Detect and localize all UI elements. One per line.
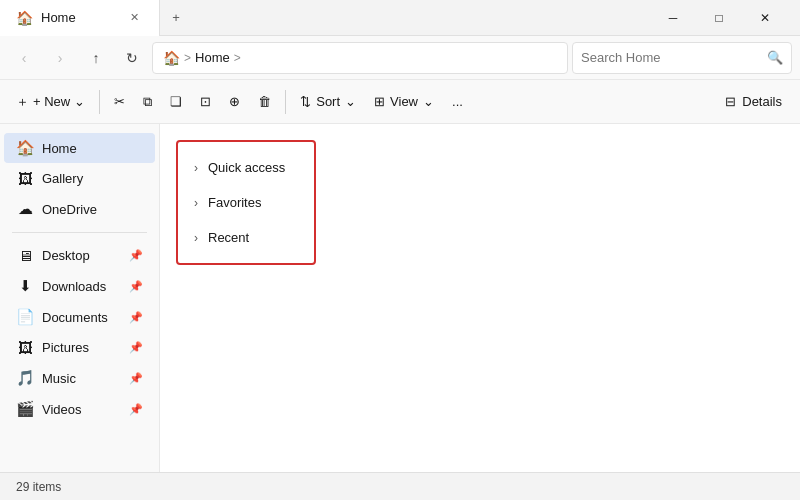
copy-icon: ⧉ — [143, 94, 152, 110]
main-area: 🏠 Home 🖼 Gallery ☁ OneDrive 🖥 Desktop 📌 … — [0, 124, 800, 472]
new-tab-button[interactable]: + — [160, 0, 192, 36]
downloads-pin-icon: 📌 — [129, 280, 143, 293]
videos-icon: 🎬 — [16, 400, 34, 418]
sort-label: Sort — [316, 94, 340, 109]
forward-button[interactable]: › — [44, 42, 76, 74]
tab-label: Home — [41, 10, 76, 25]
toolbar-separator-1 — [99, 90, 100, 114]
share-button[interactable]: ⊕ — [221, 89, 248, 114]
toolbar-separator-2 — [285, 90, 286, 114]
share-icon: ⊕ — [229, 94, 240, 109]
cut-icon: ✂ — [114, 94, 125, 109]
recent-item[interactable]: › Recent — [178, 220, 314, 255]
sidebar-documents-label: Documents — [42, 310, 108, 325]
back-button[interactable]: ‹ — [8, 42, 40, 74]
toolbar-right: ⊟ Details — [715, 89, 792, 114]
details-icon: ⊟ — [725, 94, 736, 109]
active-tab[interactable]: 🏠 Home ✕ — [0, 0, 160, 36]
view-button[interactable]: ⊞ View ⌄ — [366, 89, 442, 114]
minimize-button[interactable]: ─ — [650, 0, 696, 36]
section-list: › Quick access › Favorites › Recent — [176, 140, 316, 265]
view-icon: ⊞ — [374, 94, 385, 109]
sort-button[interactable]: ⇅ Sort ⌄ — [292, 89, 364, 114]
sidebar-item-videos[interactable]: 🎬 Videos 📌 — [4, 394, 155, 424]
breadcrumb-home-icon: 🏠 — [163, 50, 180, 66]
title-bar: 🏠 Home ✕ + ─ □ ✕ — [0, 0, 800, 36]
search-input[interactable] — [581, 50, 761, 65]
search-icon[interactable]: 🔍 — [767, 50, 783, 65]
gallery-icon: 🖼 — [16, 170, 34, 187]
sidebar-desktop-label: Desktop — [42, 248, 90, 263]
quick-access-label: Quick access — [208, 160, 285, 175]
sidebar-item-home[interactable]: 🏠 Home — [4, 133, 155, 163]
sidebar-item-desktop[interactable]: 🖥 Desktop 📌 — [4, 241, 155, 270]
copy-path-icon: ⊡ — [200, 94, 211, 109]
maximize-button[interactable]: □ — [696, 0, 742, 36]
tab-home-icon: 🏠 — [16, 10, 33, 26]
new-chevron-icon: ⌄ — [74, 94, 85, 109]
refresh-button[interactable]: ↻ — [116, 42, 148, 74]
sidebar-music-label: Music — [42, 371, 76, 386]
desktop-icon: 🖥 — [16, 247, 34, 264]
music-icon: 🎵 — [16, 369, 34, 387]
delete-button[interactable]: 🗑 — [250, 89, 279, 114]
sort-chevron-icon: ⌄ — [345, 94, 356, 109]
quick-access-chevron-icon: › — [194, 161, 198, 175]
recent-label: Recent — [208, 230, 249, 245]
desktop-pin-icon: 📌 — [129, 249, 143, 262]
sidebar-item-pictures[interactable]: 🖼 Pictures 📌 — [4, 333, 155, 362]
paste-button[interactable]: ❏ — [162, 89, 190, 114]
sidebar-divider — [12, 232, 147, 233]
sidebar-item-onedrive[interactable]: ☁ OneDrive — [4, 194, 155, 224]
view-label: View — [390, 94, 418, 109]
breadcrumb-sep2: > — [234, 51, 241, 65]
quick-access-item[interactable]: › Quick access — [178, 150, 314, 185]
new-plus-icon: ＋ — [16, 93, 29, 111]
more-button[interactable]: ... — [444, 89, 471, 114]
status-bar: 29 items — [0, 472, 800, 500]
downloads-icon: ⬇ — [16, 277, 34, 295]
details-label: Details — [742, 94, 782, 109]
sidebar-item-documents[interactable]: 📄 Documents 📌 — [4, 302, 155, 332]
status-text: 29 items — [16, 480, 61, 494]
pictures-icon: 🖼 — [16, 339, 34, 356]
sidebar-item-gallery[interactable]: 🖼 Gallery — [4, 164, 155, 193]
search-box[interactable]: 🔍 — [572, 42, 792, 74]
sidebar-home-label: Home — [42, 141, 77, 156]
window-controls: ─ □ ✕ — [650, 0, 788, 36]
breadcrumb-sep1: > — [184, 51, 191, 65]
view-chevron-icon: ⌄ — [423, 94, 434, 109]
favorites-item[interactable]: › Favorites — [178, 185, 314, 220]
home-icon: 🏠 — [16, 139, 34, 157]
breadcrumb[interactable]: 🏠 > Home > — [152, 42, 568, 74]
onedrive-icon: ☁ — [16, 200, 34, 218]
content-area: › Quick access › Favorites › Recent — [160, 124, 800, 472]
favorites-chevron-icon: › — [194, 196, 198, 210]
sidebar-pictures-label: Pictures — [42, 340, 89, 355]
tab-strip: 🏠 Home ✕ + — [0, 0, 192, 36]
sidebar-gallery-label: Gallery — [42, 171, 83, 186]
music-pin-icon: 📌 — [129, 372, 143, 385]
sidebar: 🏠 Home 🖼 Gallery ☁ OneDrive 🖥 Desktop 📌 … — [0, 124, 160, 472]
toolbar: ＋ + New ⌄ ✂ ⧉ ❏ ⊡ ⊕ 🗑 ⇅ Sort ⌄ ⊞ View ⌄ … — [0, 80, 800, 124]
videos-pin-icon: 📌 — [129, 403, 143, 416]
details-button[interactable]: ⊟ Details — [715, 89, 792, 114]
sort-icon: ⇅ — [300, 94, 311, 109]
documents-icon: 📄 — [16, 308, 34, 326]
sidebar-videos-label: Videos — [42, 402, 82, 417]
cut-button[interactable]: ✂ — [106, 89, 133, 114]
copy-button[interactable]: ⧉ — [135, 89, 160, 115]
favorites-label: Favorites — [208, 195, 261, 210]
copy-path-button[interactable]: ⊡ — [192, 89, 219, 114]
up-button[interactable]: ↑ — [80, 42, 112, 74]
tab-close-button[interactable]: ✕ — [126, 9, 143, 26]
sidebar-item-downloads[interactable]: ⬇ Downloads 📌 — [4, 271, 155, 301]
documents-pin-icon: 📌 — [129, 311, 143, 324]
close-button[interactable]: ✕ — [742, 0, 788, 36]
nav-bar: ‹ › ↑ ↻ 🏠 > Home > 🔍 — [0, 36, 800, 80]
breadcrumb-home-label: Home — [195, 50, 230, 65]
pictures-pin-icon: 📌 — [129, 341, 143, 354]
new-button[interactable]: ＋ + New ⌄ — [8, 88, 93, 116]
sidebar-downloads-label: Downloads — [42, 279, 106, 294]
sidebar-item-music[interactable]: 🎵 Music 📌 — [4, 363, 155, 393]
